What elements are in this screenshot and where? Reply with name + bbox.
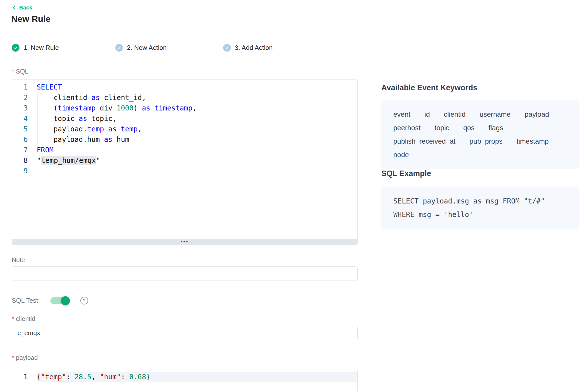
sql-example-line: SELECT payload.msg as msg FROM "t/#" (393, 195, 568, 208)
line-number: 5 (12, 124, 37, 134)
line-number: 6 (12, 134, 37, 145)
editor-gutter: 1 (12, 372, 37, 382)
keyword-item: node (393, 151, 409, 159)
line-number: 7 (12, 145, 37, 155)
note-input[interactable] (12, 266, 358, 281)
keyword-item: payload (525, 110, 549, 119)
step-connector (65, 48, 109, 48)
toggle-knob (61, 296, 70, 305)
code-line: {"temp": 28.5, "hum": 0.68} (37, 372, 357, 382)
resize-dots-icon: ••• (180, 239, 189, 245)
keyword-item: peerhost (393, 124, 421, 132)
keyword-item: qos (463, 124, 474, 132)
chevron-left-icon (12, 5, 17, 10)
code-line: "temp_hum/emqx" (37, 155, 357, 166)
line-number: 1 (12, 82, 37, 93)
keyword-item: timestamp (516, 137, 549, 146)
code-line: (timestamp div 1000) as timestamp, (37, 103, 357, 113)
sql-example-panel: SELECT payload.msg as msg FROM "t/#"WHER… (381, 187, 580, 229)
keyword-item: clientid (444, 110, 465, 119)
keywords-panel: eventidclientidusernamepayloadpeerhostto… (381, 100, 580, 169)
note-label: Note (12, 256, 25, 264)
new-rule-page: Back New Rule 1. New Rule 2. New Action … (0, 0, 588, 391)
keyword-item: flags (488, 124, 503, 132)
sql-label: *SQL (12, 68, 28, 75)
code-line: topic as topic, (37, 113, 357, 124)
step-check-icon (223, 44, 231, 52)
line-number: 3 (12, 103, 37, 113)
editor-resize-handle[interactable]: ••• (12, 239, 357, 245)
step-check-icon (115, 44, 123, 52)
help-icon[interactable]: ? (80, 297, 88, 304)
back-button[interactable]: Back (12, 4, 32, 11)
clientid-input[interactable] (12, 326, 358, 340)
help-sidebar: Available Event Keywords eventidclientid… (381, 83, 580, 229)
payload-editor[interactable]: 1 {"temp": 28.5, "hum": 0.68} (12, 369, 358, 391)
page-title: New Rule (11, 14, 51, 24)
sql-test-label: SQL Test: (12, 297, 40, 304)
editor-code-area: {"temp": 28.5, "hum": 0.68} (37, 372, 357, 382)
keyword-item: publish_received_at (393, 137, 455, 146)
editor-code-area: SELECT clientid as client_id, (timestamp… (37, 82, 357, 239)
keyword-item: id (425, 110, 430, 119)
keyword-item: pub_props (469, 137, 502, 146)
sql-test-row: SQL Test: ? (12, 297, 88, 304)
step-label: 1. New Rule (23, 44, 59, 52)
sql-example-title: SQL Example (381, 169, 580, 178)
keyword-item: topic (435, 124, 449, 132)
clientid-label: *clientid (12, 315, 35, 322)
required-asterisk: * (12, 354, 14, 361)
keyword-item: event (393, 110, 411, 119)
back-label: Back (19, 4, 32, 11)
code-line: clientid as client_id, (37, 93, 357, 103)
code-line: SELECT (37, 82, 357, 93)
step-label: 3. Add Action (235, 44, 273, 52)
line-number: 8 (12, 155, 37, 166)
code-line: payload.temp as temp, (37, 124, 357, 134)
line-number: 1 (12, 372, 37, 382)
line-number: 2 (12, 93, 37, 103)
editor-gutter: 123456789 (12, 82, 37, 239)
step-item-new-action[interactable]: 2. New Action (115, 44, 167, 52)
step-check-icon (12, 44, 19, 52)
keyword-item: username (479, 110, 511, 119)
sql-test-toggle[interactable] (50, 297, 69, 304)
line-number: 4 (12, 113, 37, 124)
payload-label: *payload (12, 354, 38, 361)
required-asterisk: * (12, 68, 14, 75)
stepper: 1. New Rule 2. New Action 3. Add Action (12, 44, 273, 52)
line-number: 9 (12, 166, 37, 176)
step-connector (173, 48, 217, 48)
keywords-title: Available Event Keywords (381, 83, 580, 92)
step-item-new-rule[interactable]: 1. New Rule (12, 44, 59, 52)
step-label: 2. New Action (127, 44, 167, 52)
code-line: FROM (37, 145, 357, 155)
required-asterisk: * (12, 315, 14, 322)
code-line (37, 166, 357, 176)
code-line: payload.hum as hum (37, 134, 357, 145)
sql-example-line: WHERE msg = 'hello' (393, 208, 568, 221)
step-item-add-action[interactable]: 3. Add Action (223, 44, 273, 52)
sql-editor[interactable]: 123456789 SELECT clientid as client_id, … (12, 79, 358, 245)
